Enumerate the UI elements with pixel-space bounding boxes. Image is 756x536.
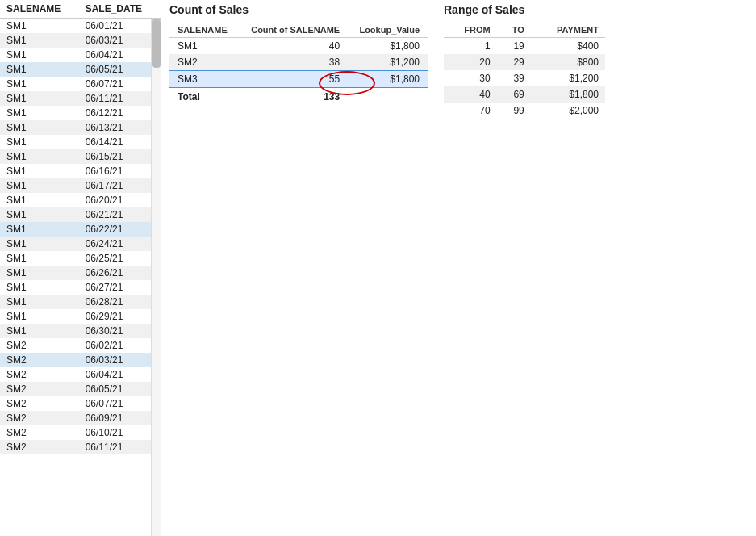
table-row: SM206/10/21 [0,425,161,440]
table-row: SM206/09/21 [0,411,161,425]
left-data-panel: SALENAME SALE_DATE SM106/01/21SM106/03/2… [0,0,161,536]
table-row: SM206/03/21 [0,353,161,367]
table-row: SM206/04/21 [0,367,161,382]
table-row: SM106/15/21 [0,149,161,164]
table-row: 7099$2,000 [444,103,605,119]
table-row: 119$400 [444,38,605,55]
table-row: SM106/11/21 [0,91,161,106]
sales-data-table: SALENAME SALE_DATE SM106/01/21SM106/03/2… [0,0,161,454]
table-row: SM206/05/21 [0,382,161,396]
table-row: SM106/07/21 [0,77,161,91]
table-row: 4069$1,800 [444,86,605,103]
to-header: TO [497,23,531,38]
range-table: FROM TO PAYMENT 119$4002029$8003039$1,20… [444,23,605,119]
total-value [348,88,428,107]
scrollbar[interactable]: ▲ [151,19,161,536]
table-row: SM106/25/21 [0,251,161,266]
table-row: SM106/24/21 [0,237,161,251]
table-row: 3039$1,200 [444,70,605,86]
table-row: SM140$1,800 [169,38,428,55]
count-of-sales-title: Count of Sales [169,3,428,16]
range-of-sales-panel: Range of Sales FROM TO PAYMENT 119$40020… [436,0,613,536]
salename-col-header: SALENAME [0,0,79,19]
table-row: SM106/29/21 [0,309,161,324]
table-row: SM106/28/21 [0,295,161,309]
table-row: SM106/04/21 [0,48,161,62]
total-row: Total 133 [169,88,428,107]
table-row: SM106/20/21 [0,193,161,207]
scrollbar-thumb[interactable] [152,19,161,68]
table-row: SM206/02/21 [0,338,161,353]
table-row: SM106/13/21 [0,120,161,135]
table-row: SM106/03/21 [0,33,161,48]
count-salename-header: SALENAME [169,23,238,38]
range-of-sales-title: Range of Sales [444,3,605,16]
table-row: SM206/11/21 [0,440,161,454]
lookup-value-header: Lookup_Value [348,23,428,38]
count-table: SALENAME Count of SALENAME Lookup_Value … [169,23,428,106]
table-row: SM106/22/21 [0,222,161,237]
count-of-salename-header: Count of SALENAME [238,23,348,38]
table-row: SM206/07/21 [0,396,161,411]
table-row: SM106/21/21 [0,207,161,222]
table-row: SM106/05/21 [0,62,161,77]
total-count: 133 [238,88,348,107]
table-row: SM106/16/21 [0,164,161,178]
from-header: FROM [444,23,497,38]
sale-date-col-header: SALE_DATE [79,0,161,19]
table-row: SM106/26/21 [0,266,161,280]
table-row: SM106/30/21 [0,324,161,338]
table-row: SM106/01/21 [0,19,161,34]
payment-header: PAYMENT [531,23,605,38]
table-row: SM106/27/21 [0,280,161,295]
table-row: SM106/17/21 [0,178,161,193]
total-label: Total [169,88,238,107]
table-row: SM355$1,800 [169,71,428,88]
table-row: 2029$800 [444,54,605,70]
table-row: SM106/14/21 [0,135,161,149]
count-of-sales-panel: Count of Sales SALENAME Count of SALENAM… [161,0,436,536]
table-row: SM106/12/21 [0,106,161,120]
table-row: SM238$1,200 [169,54,428,71]
